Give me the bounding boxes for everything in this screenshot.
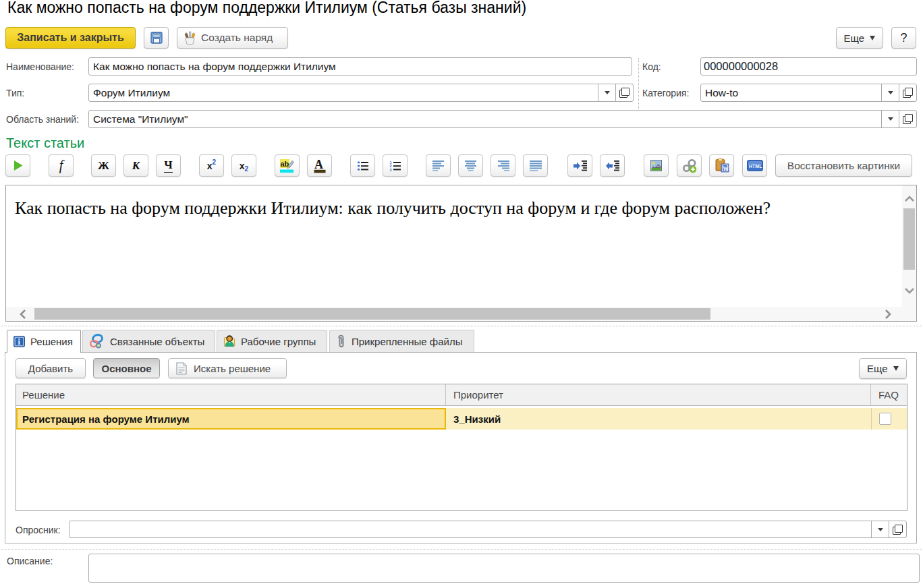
- svg-text:A: A: [314, 158, 323, 171]
- svg-text:HTML: HTML: [749, 164, 762, 169]
- svg-text:W: W: [723, 165, 729, 172]
- svg-text:3: 3: [389, 167, 391, 171]
